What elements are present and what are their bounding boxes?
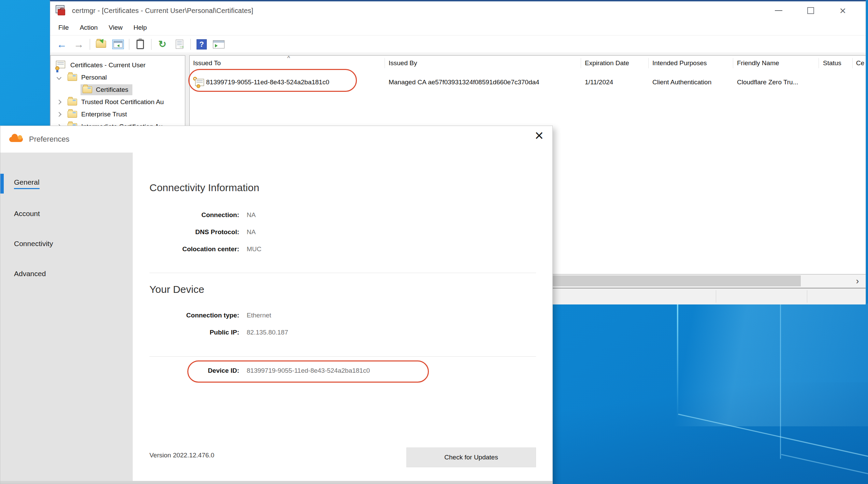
certificate-row[interactable]: 81399719-9055-11ed-8e43-524a2ba181c0 Man… [190,76,866,88]
tree-item-label: Certificates [96,86,128,94]
sidebar-item-advanced[interactable]: Advanced [0,265,133,282]
sidebar-item-label: General [14,178,40,189]
wallpaper-facet-line [677,303,678,419]
sidebar-item-account[interactable]: Account [0,205,133,222]
scroll-right-icon: › [856,276,859,286]
dialog-bottom-edge [0,481,552,484]
console-tree-icon [112,40,124,49]
column-separator [385,58,385,68]
tree-item-personal[interactable]: Personal [50,71,185,84]
export-list-icon: → [176,40,183,49]
minimize-button[interactable] [763,1,795,20]
menu-file[interactable]: File [53,24,74,31]
sidebar-item-general[interactable]: General [0,175,133,192]
statusbar-separator [716,290,716,303]
wallpaper-sheen [553,303,868,426]
info-label: Colocation center: [149,245,239,253]
info-value: NA [247,228,256,236]
dialog-close-button[interactable]: × [535,128,544,143]
column-header-expiration-date[interactable]: Expiration Date [585,56,629,71]
section-divider [149,356,536,357]
certificate-with-key-icon [193,77,205,87]
column-separator [581,58,581,68]
toolbar-separator [190,39,191,50]
preferences-title: Preferences [29,135,70,144]
tree-item-enterprise-trust[interactable]: Enterprise Trust [50,108,185,120]
chevron-down-icon[interactable] [57,75,61,80]
info-value: MUC [247,245,261,253]
minimize-icon [775,10,782,11]
tree-item-trusted-root[interactable]: Trusted Root Certification Au [50,96,185,108]
chevron-right-icon[interactable] [57,100,61,104]
cell-issued-by: Managed CA ae57f03931324f08591d660e7c370… [389,76,539,88]
menu-action[interactable]: Action [74,24,103,31]
info-label: DNS Protocol: [149,228,239,236]
preferences-header: Preferences × [0,126,552,153]
certmgr-titlebar: certmgr - [Certificates - Current User\P… [50,1,866,20]
info-row-public-ip: Public IP: 82.135.80.187 [149,329,288,336]
check-for-updates-button[interactable]: Check for Updates [406,447,536,467]
tree-item-certificates-selected[interactable]: Certificates [50,84,185,96]
scroll-right-button[interactable]: › [850,274,865,287]
tree-root-label: Certificates - Current User [70,61,146,69]
certificates-store-icon [55,61,66,70]
tree-item-label: Enterprise Trust [81,111,127,118]
folder-icon [68,74,77,81]
up-one-level-button[interactable] [95,38,107,51]
column-separator [852,58,853,68]
tree-item-label: Personal [81,74,107,81]
info-label: Connection: [149,211,239,219]
column-header-issued-to[interactable]: Issued To [193,56,221,71]
toolbar-separator [129,39,129,50]
show-action-pane-button[interactable] [213,38,225,51]
device-id-value: 81399719-9055-11ed-8e43-524a2ba181c0 [247,367,370,374]
cell-issued-to: 81399719-9055-11ed-8e43-524a2ba181c0 [206,76,329,88]
statusbar-separator [807,290,807,303]
preferences-sidebar: General Account Connectivity Advanced [0,153,133,481]
close-button[interactable]: × [827,1,859,20]
cloudflare-logo-icon [9,137,23,142]
maximize-button[interactable] [795,1,827,20]
menubar: File Action View Help [50,20,866,35]
certmgr-window-title: certmgr - [Certificates - Current User\P… [72,7,253,15]
folder-icon [83,86,92,93]
column-header-intended-purposes[interactable]: Intended Purposes [652,56,707,71]
tree-item-label: Trusted Root Certification Au [81,98,164,106]
menu-help[interactable]: Help [128,24,152,31]
folder-icon [68,99,77,105]
show-console-tree-button[interactable] [112,38,124,51]
toolbar-separator [151,39,151,50]
chevron-right-icon[interactable] [57,112,61,117]
action-pane-icon [213,40,225,48]
info-row-colocation-center: Colocation center: MUC [149,245,261,253]
help-button[interactable]: ? [196,38,208,51]
certmgr-app-icon [56,5,67,16]
forward-button[interactable]: → [73,38,85,51]
sidebar-item-label: Advanced [14,270,46,278]
paste-button[interactable] [134,38,146,51]
clipboard-icon [136,40,144,49]
wallpaper-facet-line [780,303,781,459]
info-value: 82.135.80.187 [247,329,288,336]
info-value: NA [247,211,256,219]
refresh-button[interactable]: ↻ [156,38,169,51]
info-value: Ethernet [247,312,271,319]
back-button[interactable]: ← [56,38,68,51]
column-header-status[interactable]: Status [823,56,841,71]
export-list-button[interactable]: → [173,38,186,51]
tree-root-certificates-current-user[interactable]: Certificates - Current User [50,59,185,71]
menu-view[interactable]: View [103,24,128,31]
column-header-certificate[interactable]: Ce [856,56,864,71]
folder-icon [68,111,77,118]
version-text: Version 2022.12.476.0 [149,452,214,459]
preferences-dialog: Preferences × General Account Connectivi… [0,126,553,484]
sidebar-item-label: Account [14,210,40,218]
wallpaper-shade [553,382,868,484]
column-header-issued-by[interactable]: Issued By [389,56,417,71]
sidebar-item-label: Connectivity [14,240,53,248]
column-header-friendly-name[interactable]: Friendly Name [737,56,779,71]
device-id-label: Device ID: [149,367,239,374]
toolbar-separator [90,39,90,50]
folder-up-icon [96,41,106,48]
sidebar-item-connectivity[interactable]: Connectivity [0,235,133,252]
